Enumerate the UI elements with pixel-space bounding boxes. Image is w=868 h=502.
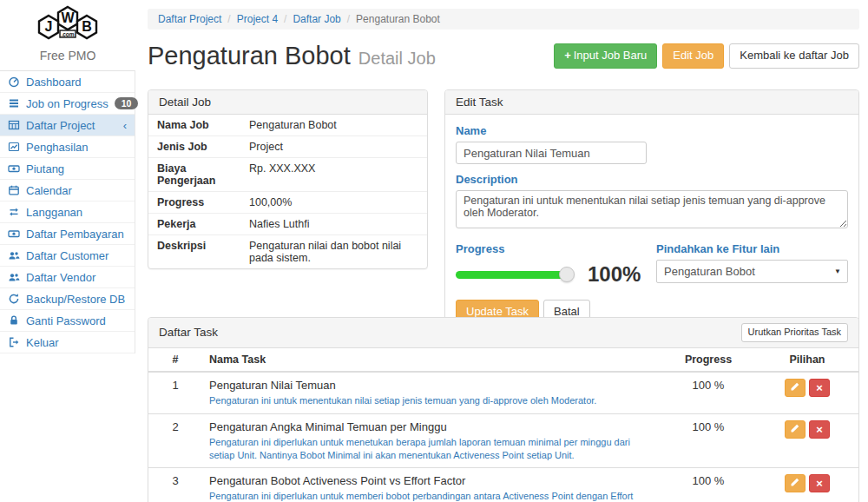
breadcrumb-separator: / <box>284 13 286 25</box>
progress-slider-thumb[interactable] <box>559 267 575 282</box>
task-row: 1 Pengaturan Nilai Temuan Pengaturan ini… <box>148 373 858 414</box>
sidebar-nav: Dashboard Job on Progress 10 Daftar Proj… <box>0 70 135 353</box>
detail-row: Nama JobPengaturan Bobot <box>148 115 427 136</box>
app-name: Free PMO <box>0 49 135 63</box>
detail-row: Jenis JobProject <box>148 136 427 158</box>
plus-icon: + <box>564 49 571 62</box>
task-name-input[interactable] <box>456 142 647 164</box>
tasks-icon <box>8 97 20 109</box>
sidebar-item-calendar[interactable]: Calendar <box>0 180 135 201</box>
task-name: Pengaturan Angka Minimal Temuan per Ming… <box>209 420 654 433</box>
users-icon <box>8 249 20 261</box>
sidebar-item-label: Daftar Vendor <box>26 271 95 284</box>
chevron-left-icon: ‹ <box>123 119 127 132</box>
users-icon <box>8 271 20 283</box>
breadcrumb-daftar-project[interactable]: Daftar Project <box>158 13 221 25</box>
edit-task-button[interactable] <box>785 474 806 492</box>
breadcrumb-separator: / <box>227 13 230 25</box>
breadcrumb-project-4[interactable]: Project 4 <box>237 13 278 25</box>
task-row: 3 Pengaturan Bobot Activeness Point vs E… <box>148 468 858 502</box>
sidebar-item-label: Keluar <box>26 336 59 349</box>
sidebar-item-daftar-project[interactable]: Daftar Project ‹ <box>0 115 135 136</box>
detail-row: Biaya PengerjaanRp. XXX.XXX <box>148 158 427 192</box>
sidebar-item-label: Langganan <box>26 206 82 219</box>
svg-text:B: B <box>82 19 92 34</box>
detail-row: Progress100,00% <box>148 192 427 214</box>
description-label: Description <box>456 173 848 186</box>
task-progress: 100 % <box>661 468 756 493</box>
breadcrumb-separator: / <box>347 13 350 25</box>
page-header: Pengaturan Bobot Detail Job +Input Job B… <box>148 42 859 70</box>
sidebar-item-daftar-pembayaran[interactable]: Daftar Pembayaran <box>0 223 135 245</box>
table-icon <box>8 119 20 131</box>
sidebar-item-langganan[interactable]: Langganan <box>0 201 135 223</box>
delete-task-button[interactable]: × <box>809 474 830 492</box>
pencil-icon <box>790 381 800 394</box>
breadcrumb: Daftar Project / Project 4 / Daftar Job … <box>148 9 859 30</box>
job-count-badge: 10 <box>115 97 139 110</box>
page-title: Pengaturan Bobot <box>148 42 351 70</box>
sidebar-item-label: Ganti Password <box>26 314 106 327</box>
daftar-task-panel-title: Daftar Task <box>159 326 218 339</box>
task-row: 2 Pengaturan Angka Minimal Temuan per Mi… <box>148 414 858 469</box>
sidebar: W J B .com Free PMO Dashboard <box>0 0 135 353</box>
detail-job-panel: Detail Job Nama JobPengaturan Bobot Jeni… <box>148 89 428 269</box>
dashboard-icon <box>8 76 20 88</box>
pencil-icon <box>790 423 800 436</box>
money-icon <box>8 162 20 175</box>
close-icon: × <box>816 382 823 393</box>
sidebar-item-keluar[interactable]: Keluar <box>0 332 135 353</box>
close-icon: × <box>816 424 823 435</box>
svg-text:J: J <box>45 19 53 34</box>
task-num: 2 <box>148 414 202 439</box>
exchange-icon <box>8 206 20 218</box>
sign-out-icon <box>8 336 20 348</box>
delete-task-button[interactable]: × <box>809 420 830 439</box>
column-pilihan: Pilihan <box>756 348 858 371</box>
input-job-baru-button[interactable]: +Input Job Baru <box>554 43 657 69</box>
progress-percent-value: 100% <box>588 262 641 287</box>
move-to-feature-label: Pindahkan ke Fitur lain <box>656 242 848 255</box>
sidebar-item-label: Daftar Customer <box>26 249 108 262</box>
svg-text:W: W <box>61 10 75 25</box>
task-table-header: # Nama Task Progress Pilihan <box>148 348 858 373</box>
app-window: W J B .com Free PMO Dashboard <box>0 0 868 502</box>
task-num: 1 <box>148 373 202 398</box>
urutkan-prioritas-task-button[interactable]: Urutkan Prioritas Task <box>741 323 848 342</box>
breadcrumb-current: Pengaturan Bobot <box>356 13 440 25</box>
sidebar-item-dashboard[interactable]: Dashboard <box>0 71 135 93</box>
calendar-icon <box>8 184 20 196</box>
breadcrumb-daftar-job[interactable]: Daftar Job <box>293 13 340 25</box>
refresh-icon <box>8 293 20 305</box>
edit-task-button[interactable] <box>785 420 806 439</box>
detail-row: PekerjaNafies Luthfi <box>148 214 427 235</box>
sidebar-item-backup-restore[interactable]: Backup/Restore DB <box>0 288 135 310</box>
sidebar-item-label: Penghasilan <box>26 141 89 154</box>
progress-slider[interactable] <box>456 271 567 279</box>
column-nama-task: Nama Task <box>202 348 661 371</box>
column-progress: Progress <box>661 348 756 371</box>
close-icon: × <box>816 478 823 489</box>
kembali-ke-daftar-job-button[interactable]: Kembali ke daftar Job <box>729 43 859 69</box>
name-label: Name <box>456 124 848 137</box>
sidebar-item-piutang[interactable]: Piutang <box>0 158 135 180</box>
column-num: # <box>148 348 202 371</box>
edit-job-button[interactable]: Edit Job <box>662 43 724 69</box>
daftar-task-panel: Daftar Task Urutkan Prioritas Task # Nam… <box>148 317 859 502</box>
edit-task-panel: Edit Task Name Description Pengaturan in… <box>444 89 859 337</box>
sidebar-item-job-on-progress[interactable]: Job on Progress 10 <box>0 93 135 115</box>
sidebar-item-ganti-password[interactable]: Ganti Password <box>0 310 135 332</box>
sidebar-item-daftar-customer[interactable]: Daftar Customer <box>0 245 135 267</box>
money-icon <box>8 228 20 240</box>
delete-task-button[interactable]: × <box>809 379 830 397</box>
svg-text:.com: .com <box>61 31 74 37</box>
brand: W J B .com Free PMO <box>0 0 135 63</box>
move-to-feature-select[interactable]: Pengaturan Bobot <box>656 260 848 283</box>
sidebar-item-penghasilan[interactable]: Penghasilan <box>0 136 135 158</box>
edit-task-button[interactable] <box>785 379 806 397</box>
task-description: Pengaturan ini untuk menentukan nilai se… <box>209 394 654 407</box>
task-description-textarea[interactable]: Pengaturan ini untuk menentukan nilai se… <box>456 190 848 228</box>
detail-job-panel-title: Detail Job <box>148 90 427 115</box>
sidebar-item-daftar-vendor[interactable]: Daftar Vendor <box>0 267 135 288</box>
sidebar-item-label: Job on Progress <box>26 97 108 110</box>
